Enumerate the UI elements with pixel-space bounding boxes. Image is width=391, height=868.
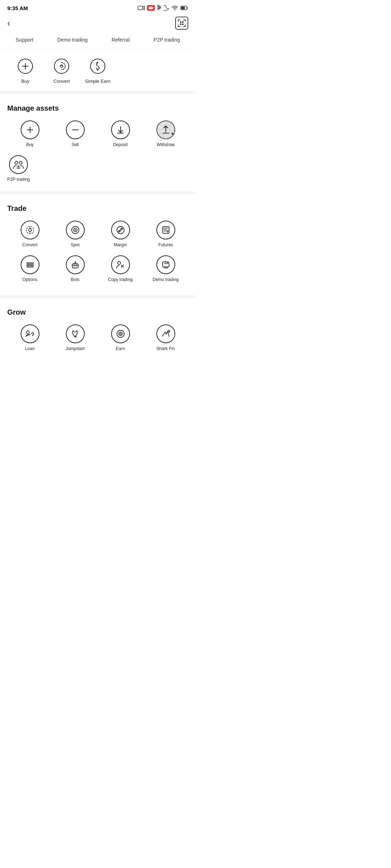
svg-rect-5 bbox=[180, 21, 181, 23]
grow-loan[interactable]: Loan bbox=[7, 322, 52, 353]
status-bar: 9:35 AM bbox=[0, 0, 196, 14]
grow-loan-icon bbox=[21, 324, 39, 343]
grow-title: Grow bbox=[7, 308, 188, 316]
svg-rect-24 bbox=[27, 263, 33, 264]
svg-point-37 bbox=[120, 333, 121, 335]
trade-futures[interactable]: Futures bbox=[143, 218, 188, 250]
svg-rect-4 bbox=[181, 7, 185, 9]
svg-point-28 bbox=[73, 265, 75, 266]
trade-margin-icon bbox=[111, 221, 130, 239]
quick-buy-icon bbox=[16, 57, 35, 76]
grow-jumpstart[interactable]: Jumpstart bbox=[52, 322, 98, 353]
status-time: 9:35 AM bbox=[7, 5, 28, 11]
grow-grid: Loan Jumpstart Earn bbox=[7, 322, 188, 353]
quick-simple-earn-icon bbox=[88, 57, 107, 76]
svg-rect-7 bbox=[180, 24, 181, 25]
svg-rect-0 bbox=[138, 6, 143, 10]
grow-section: Grow Loan Jumpstart bbox=[0, 302, 196, 361]
manage-p2p-label: P2P trading bbox=[7, 177, 30, 182]
manage-sell[interactable]: Sell bbox=[52, 118, 98, 149]
trade-options-label: Options bbox=[22, 277, 37, 282]
back-button[interactable]: ‹ bbox=[7, 18, 10, 29]
svg-point-29 bbox=[76, 265, 77, 266]
manage-assets-grid: Buy Sell Deposit bbox=[7, 118, 188, 149]
trade-options[interactable]: Options bbox=[7, 253, 52, 284]
grow-earn[interactable]: Earn bbox=[98, 322, 143, 353]
trade-grid: Convert Spot Marg bbox=[7, 218, 188, 284]
scan-icon bbox=[178, 19, 186, 27]
svg-point-2 bbox=[175, 10, 175, 10]
quick-simple-earn-label: Simple Earn bbox=[85, 78, 111, 84]
trade-bots-icon bbox=[66, 255, 85, 274]
trade-section: Trade Convert Spot bbox=[0, 198, 196, 292]
trade-futures-icon bbox=[156, 221, 175, 239]
svg-point-31 bbox=[118, 261, 121, 264]
top-nav: Support Demo trading Referral P2P tradin… bbox=[0, 33, 196, 50]
svg-rect-6 bbox=[182, 21, 184, 23]
svg-rect-1 bbox=[149, 7, 152, 9]
svg-rect-27 bbox=[72, 264, 78, 268]
grow-shark-fin[interactable]: Shark Fin bbox=[143, 322, 188, 353]
status-icons bbox=[138, 5, 188, 11]
scan-button[interactable] bbox=[175, 17, 188, 30]
trade-bots-label: Bots bbox=[71, 277, 79, 282]
quick-convert-icon bbox=[52, 57, 71, 76]
svg-point-16 bbox=[29, 229, 31, 231]
svg-rect-8 bbox=[182, 24, 184, 25]
manage-buy[interactable]: Buy bbox=[7, 118, 52, 149]
manage-withdraw[interactable]: Withdraw bbox=[143, 118, 188, 149]
svg-point-19 bbox=[75, 229, 76, 231]
grow-loan-label: Loan bbox=[25, 346, 35, 351]
manage-p2p[interactable]: P2P trading bbox=[7, 153, 30, 184]
grow-jumpstart-label: Jumpstart bbox=[66, 346, 85, 351]
video-icon bbox=[138, 5, 145, 10]
manage-deposit[interactable]: Deposit bbox=[98, 118, 143, 149]
trade-spot[interactable]: Spot bbox=[52, 218, 98, 250]
divider-1 bbox=[0, 91, 196, 94]
svg-point-11 bbox=[60, 65, 63, 67]
trade-margin[interactable]: Margin bbox=[98, 218, 143, 250]
moon-icon bbox=[164, 5, 169, 11]
grow-jumpstart-icon bbox=[66, 324, 85, 343]
svg-point-34 bbox=[26, 331, 29, 334]
trade-demo-trading-icon bbox=[156, 255, 175, 274]
quick-actions: Buy Convert Simple Earn bbox=[0, 50, 196, 88]
trade-demo-trading-label: Demo trading bbox=[152, 277, 178, 282]
divider-3 bbox=[0, 295, 196, 298]
svg-point-35 bbox=[117, 330, 124, 337]
recording-badge bbox=[147, 5, 155, 11]
trade-futures-label: Futures bbox=[158, 242, 173, 247]
trade-title: Trade bbox=[7, 204, 188, 213]
manage-sell-icon bbox=[66, 120, 85, 139]
nav-referral[interactable]: Referral bbox=[109, 35, 133, 44]
manage-withdraw-icon bbox=[156, 120, 175, 139]
svg-point-30 bbox=[75, 262, 76, 263]
quick-convert-label: Convert bbox=[53, 78, 70, 84]
manage-sell-label: Sell bbox=[71, 142, 79, 147]
svg-point-36 bbox=[119, 332, 122, 336]
manage-withdraw-label: Withdraw bbox=[156, 142, 175, 147]
manage-assets-section: Manage assets Buy Sell bbox=[0, 98, 196, 188]
manage-deposit-icon bbox=[111, 120, 130, 139]
trade-margin-label: Margin bbox=[114, 242, 127, 247]
nav-support[interactable]: Support bbox=[13, 35, 36, 44]
quick-convert[interactable]: Convert bbox=[43, 57, 80, 84]
trade-bots[interactable]: Bots bbox=[52, 253, 98, 284]
wifi-icon bbox=[172, 5, 178, 10]
quick-buy[interactable]: Buy bbox=[7, 57, 43, 84]
svg-point-10 bbox=[54, 59, 69, 73]
nav-demo-trading[interactable]: Demo trading bbox=[54, 35, 91, 44]
trade-convert-label: Convert bbox=[22, 242, 37, 247]
quick-buy-label: Buy bbox=[21, 78, 29, 84]
trade-convert[interactable]: Convert bbox=[7, 218, 52, 250]
quick-simple-earn[interactable]: Simple Earn bbox=[80, 57, 116, 84]
trade-copy-trading[interactable]: Copy trading bbox=[98, 253, 143, 284]
manage-deposit-label: Deposit bbox=[113, 142, 128, 147]
trade-convert-icon bbox=[21, 221, 39, 239]
svg-point-13 bbox=[15, 161, 18, 164]
trade-demo-trading[interactable]: Demo trading bbox=[143, 253, 188, 284]
grow-shark-fin-label: Shark Fin bbox=[156, 346, 175, 351]
trade-copy-trading-label: Copy trading bbox=[108, 277, 133, 282]
nav-p2p-trading[interactable]: P2P trading bbox=[151, 35, 183, 44]
grow-earn-label: Earn bbox=[116, 346, 125, 351]
